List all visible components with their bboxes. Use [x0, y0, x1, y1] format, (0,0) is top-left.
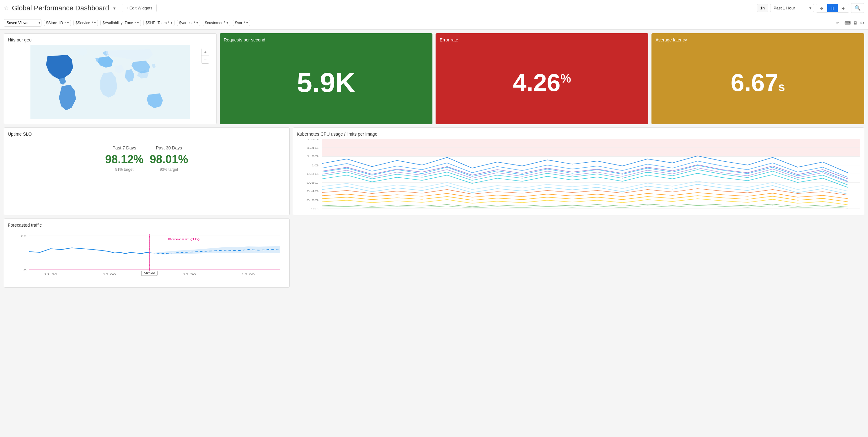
- svg-text:1G: 1G: [311, 164, 319, 167]
- svg-text:0.6G: 0.6G: [307, 181, 319, 184]
- star-icon[interactable]: ☆: [4, 5, 9, 11]
- rewind-button[interactable]: ⏮: [816, 4, 827, 12]
- hits-per-geo-title: Hits per geo: [8, 37, 212, 42]
- uptime-30days-label: Past 30 Days: [150, 145, 188, 150]
- error-rate-widget: Error rate 4.26%: [436, 33, 648, 124]
- requests-per-second-value: 5.9K: [224, 45, 428, 120]
- uptime-slo-title: Uptime SLO: [8, 132, 285, 137]
- world-map-svg: [8, 45, 212, 119]
- map-container: + −: [8, 45, 212, 119]
- uptime-slo-widget: Uptime SLO Past 7 Days 98.12% 91% target…: [4, 127, 290, 215]
- k8s-cpu-title: Kubernetes CPU usage / limits per image: [297, 132, 860, 137]
- saved-views-select[interactable]: Saved Views: [4, 19, 41, 27]
- k8s-cpu-svg: 1.6G 1.4G 1.2G 1G 0.8G 0.6G 0.4G 0.2G 0G…: [297, 139, 860, 209]
- svg-text:13:00: 13:00: [241, 273, 255, 276]
- search-button[interactable]: 🔍: [851, 3, 864, 13]
- header: ☆ Global Performance Dashboard ▾ + Edit …: [0, 0, 868, 16]
- time-range-select[interactable]: Past 1 Hour: [770, 4, 814, 12]
- filter-chip-vartest[interactable]: $vartest * ▾: [177, 20, 200, 26]
- svg-text:0.4G: 0.4G: [307, 190, 319, 193]
- svg-text:NOW: NOW: [144, 272, 155, 275]
- svg-text:11:30: 11:30: [44, 273, 57, 276]
- requests-per-second-widget: Requests per second 5.9K: [220, 33, 432, 124]
- uptime-content: Past 7 Days 98.12% 91% target Past 30 Da…: [8, 139, 285, 172]
- filter-bar: Saved Views ▾ $Store_ID * ▾ $Service * ▾…: [0, 16, 868, 30]
- filter-chip-availability-zone[interactable]: $Availability_Zone * ▾: [100, 20, 141, 26]
- uptime-30days-target: 93% target: [150, 167, 188, 172]
- forecast-svg: 20 0 11:30 12:00 NOW 12:30 13:00 Forecas…: [8, 230, 285, 282]
- error-rate-value: 4.26%: [440, 45, 644, 120]
- filter-chip-shp-team[interactable]: $SHP_Team * ▾: [144, 20, 175, 26]
- time-preset-button[interactable]: 1h: [757, 4, 768, 12]
- average-latency-value: 6.67s: [656, 45, 860, 120]
- hits-per-geo-widget: Hits per geo + −: [4, 33, 217, 124]
- keyboard-icon[interactable]: ⌨: [844, 21, 851, 25]
- map-zoom-controls: + −: [201, 48, 209, 64]
- k8s-cpu-widget: Kubernetes CPU usage / limits per image: [293, 127, 864, 215]
- filter-chip-customer[interactable]: $customer * ▾: [203, 20, 230, 26]
- svg-text:1.6G: 1.6G: [307, 139, 319, 141]
- svg-text:12:30: 12:30: [183, 273, 196, 276]
- page-title: Global Performance Dashboard: [12, 4, 109, 12]
- uptime-30days: Past 30 Days 98.01% 93% target: [150, 145, 188, 172]
- svg-text:1.2G: 1.2G: [307, 155, 319, 158]
- forward-button[interactable]: ⏭: [838, 4, 849, 12]
- saved-views-wrapper: Saved Views ▾: [4, 19, 41, 27]
- svg-text:Forecast (1h): Forecast (1h): [168, 238, 199, 241]
- time-controls: 1h Past 1 Hour ▾ ⏮ ⏸ ⏭ 🔍: [757, 3, 864, 13]
- settings-icon[interactable]: ⚙: [860, 21, 864, 25]
- uptime-7days-label: Past 7 Days: [105, 145, 144, 150]
- row3: Forecasted traffic 20 0 11:30 12:00 NOW …: [4, 218, 864, 288]
- svg-rect-1: [322, 139, 860, 156]
- svg-text:0G: 0G: [311, 207, 319, 209]
- playback-controls: ⏮ ⏸ ⏭: [816, 4, 849, 12]
- dashboard-content: Hits per geo + −: [0, 30, 868, 291]
- time-range-wrapper: Past 1 Hour ▾: [770, 4, 814, 12]
- uptime-7days-value: 98.12%: [105, 153, 144, 166]
- chevron-down-icon[interactable]: ▾: [113, 6, 116, 11]
- row3-right-placeholder: [293, 218, 864, 288]
- right-icons: ⌨ 🖥 ⚙: [844, 21, 864, 25]
- monitor-icon[interactable]: 🖥: [853, 21, 858, 25]
- zoom-out-button[interactable]: −: [202, 56, 209, 63]
- svg-text:0: 0: [24, 269, 27, 272]
- k8s-cpu-chart: 1.6G 1.4G 1.2G 1G 0.8G 0.6G 0.4G 0.2G 0G…: [297, 139, 860, 209]
- uptime-7days: Past 7 Days 98.12% 91% target: [105, 145, 144, 172]
- pause-button[interactable]: ⏸: [827, 4, 838, 12]
- svg-text:12:00: 12:00: [103, 273, 116, 276]
- forecasted-traffic-widget: Forecasted traffic 20 0 11:30 12:00 NOW …: [4, 218, 290, 288]
- svg-text:0.2G: 0.2G: [307, 199, 319, 202]
- error-rate-title: Error rate: [440, 37, 644, 42]
- row1: Hits per geo + −: [4, 33, 864, 124]
- row2: Uptime SLO Past 7 Days 98.12% 91% target…: [4, 127, 864, 215]
- filter-chip-service[interactable]: $Service * ▾: [73, 20, 98, 26]
- zoom-in-button[interactable]: +: [202, 48, 209, 56]
- edit-widgets-button[interactable]: + Edit Widgets: [122, 4, 156, 12]
- pencil-icon[interactable]: ✏: [836, 21, 839, 25]
- filter-chip-store-id[interactable]: $Store_ID * ▾: [44, 20, 71, 26]
- requests-per-second-title: Requests per second: [224, 37, 428, 42]
- svg-text:0.8G: 0.8G: [307, 172, 319, 175]
- filter-chip-var[interactable]: $var * ▾: [233, 20, 250, 26]
- forecast-chart: 20 0 11:30 12:00 NOW 12:30 13:00 Forecas…: [8, 230, 285, 282]
- average-latency-title: Average latency: [656, 37, 860, 42]
- svg-text:20: 20: [21, 234, 27, 238]
- svg-text:1.4G: 1.4G: [307, 146, 319, 149]
- forecasted-traffic-title: Forecasted traffic: [8, 223, 285, 228]
- uptime-7days-target: 91% target: [105, 167, 144, 172]
- uptime-30days-value: 98.01%: [150, 153, 188, 166]
- average-latency-widget: Average latency 6.67s: [651, 33, 864, 124]
